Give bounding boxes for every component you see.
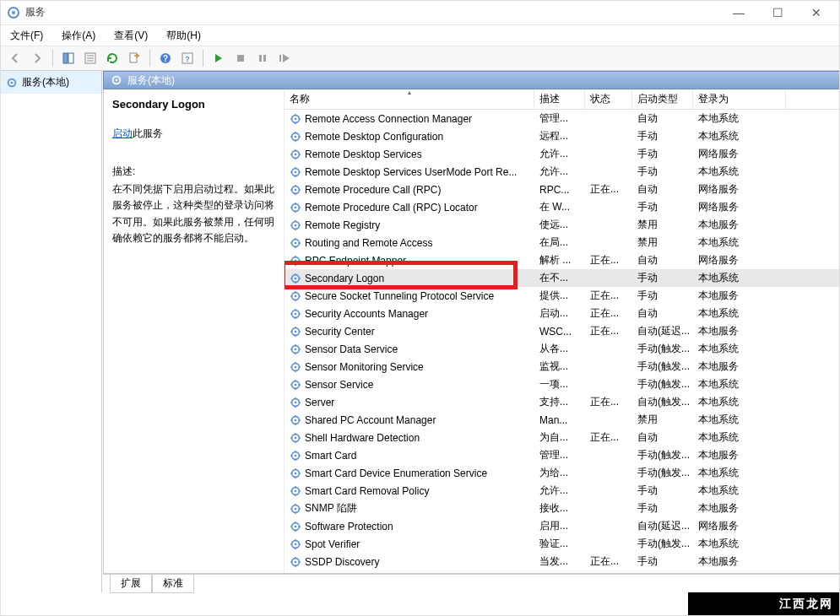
service-row[interactable]: Routing and Remote Access在局...禁用本地系统 (285, 234, 839, 251)
start-service-button[interactable] (209, 48, 229, 68)
service-row[interactable]: Remote Procedure Call (RPC)RPC...正在...自动… (285, 181, 839, 198)
svg-point-20 (116, 79, 118, 82)
cell-startup: 手动 (632, 200, 693, 214)
column-header-logon[interactable]: 登录为 (693, 89, 786, 109)
pause-service-button[interactable] (252, 48, 273, 68)
service-row[interactable]: Remote Access Connection Manager管理...自动本… (285, 110, 839, 127)
svg-point-82 (295, 294, 297, 297)
service-row[interactable]: Smart Card管理...手动(触发...本地服务 (285, 446, 839, 464)
cell-startup: 手动 (632, 165, 693, 179)
column-header-name[interactable]: ▴名称 (285, 89, 534, 109)
cell-state: 正在... (585, 253, 632, 267)
column-header-description[interactable]: 描述 (534, 89, 585, 109)
service-row[interactable]: RPC Endpoint Mapper解析 ...正在...自动网络服务 (285, 251, 839, 269)
properties-button[interactable] (80, 48, 100, 68)
cell-startup: 手动 (632, 484, 693, 498)
service-row[interactable]: Remote Registry使远...禁用本地服务 (285, 216, 839, 234)
export-list-button[interactable] (124, 48, 144, 68)
service-row[interactable]: Remote Desktop Services允许...手动网络服务 (285, 145, 839, 163)
cell-logon: 本地系统 (693, 377, 786, 392)
service-row[interactable]: Software Protection启用...自动(延迟...网络服务 (285, 517, 839, 535)
service-row[interactable]: Remote Desktop Configuration远程...手动本地系统 (285, 127, 839, 145)
service-row[interactable]: Secure Socket Tunneling Protocol Service… (285, 287, 839, 305)
cell-logon: 本地系统 (693, 395, 786, 409)
tree-item-services-local[interactable]: 服务(本地) (0, 71, 101, 94)
services-list: ▴名称 描述 状态 启动类型 登录为 Remote Access Connect… (285, 89, 839, 573)
service-row[interactable]: SSDP Discovery当发...正在...手动本地服务 (285, 553, 839, 570)
gear-icon (290, 503, 301, 515)
service-row[interactable]: Security Accounts Manager启动...正在...自动本地系… (285, 305, 839, 322)
gear-icon (290, 485, 301, 497)
tab-standard[interactable]: 标准 (152, 575, 194, 593)
cell-logon: 网络服务 (693, 519, 786, 533)
toolbar-separator (149, 50, 150, 67)
cell-name: Remote Access Connection Manager (285, 113, 534, 125)
cell-startup: 自动 (632, 182, 693, 197)
stop-service-button[interactable] (230, 48, 251, 68)
refresh-button[interactable] (102, 48, 122, 68)
list-rows-container[interactable]: Remote Access Connection Manager管理...自动本… (285, 110, 839, 573)
service-row[interactable]: Smart Card Removal Policy允许...手动本地系统 (285, 482, 839, 500)
cell-startup: 手动(触发... (632, 466, 693, 480)
service-row[interactable]: Remote Desktop Services UserMode Port Re… (285, 163, 839, 181)
service-row[interactable]: Server支持...正在...自动(触发...本地系统 (285, 393, 839, 411)
cell-name: Sensor Service (285, 379, 534, 391)
maximize-button[interactable]: ☐ (766, 6, 789, 19)
cell-name: Remote Procedure Call (RPC) (285, 184, 534, 196)
menu-action[interactable]: 操作(A) (57, 27, 100, 45)
svg-rect-3 (68, 53, 73, 63)
service-row[interactable]: Sensor Service一项...手动(触发...本地系统 (285, 376, 839, 393)
cell-logon: 本地服务 (693, 554, 786, 569)
cell-logon: 本地服务 (693, 289, 786, 303)
toolbar: ? ? (0, 46, 840, 71)
menu-file[interactable]: 文件(F) (5, 27, 48, 45)
svg-rect-8 (130, 53, 137, 62)
cell-description: WSC... (534, 326, 585, 338)
cell-name: Security Accounts Manager (285, 308, 534, 320)
menu-view[interactable]: 查看(V) (109, 27, 153, 45)
svg-rect-14 (259, 55, 262, 62)
service-row[interactable]: SNMP 陷阱接收...手动本地服务 (285, 500, 839, 517)
cell-name: Remote Procedure Call (RPC) Locator (285, 202, 534, 213)
cell-name: Smart Card (285, 450, 534, 462)
menu-help[interactable]: 帮助(H) (161, 27, 206, 45)
close-button[interactable]: ✕ (805, 6, 828, 19)
cell-description: RPC... (534, 184, 585, 196)
column-header-startup[interactable]: 启动类型 (632, 89, 693, 109)
service-row[interactable]: Shell Hardware Detection为自...正在...自动本地系统 (285, 429, 839, 446)
gear-icon (290, 273, 301, 284)
gear-icon (290, 237, 301, 249)
description-text: 在不同凭据下启用启动过程。如果此服务被停止，这种类型的登录访问将不可用。如果此服… (112, 181, 275, 246)
cell-name: Smart Card Removal Policy (285, 485, 534, 497)
show-hide-tree-button[interactable] (58, 48, 79, 68)
help-topic-button[interactable]: ? (177, 48, 198, 68)
nav-forward-button[interactable] (27, 48, 47, 68)
gear-icon (290, 290, 301, 302)
service-row[interactable]: Security CenterWSC...正在...自动(延迟...本地服务 (285, 322, 839, 340)
service-row[interactable]: Shared PC Account ManagerMan...禁用本地系统 (285, 411, 839, 429)
restart-service-button[interactable] (274, 48, 295, 68)
nav-back-button[interactable] (5, 48, 25, 68)
service-row[interactable]: Sensor Monitoring Service监视...手动(触发...本地… (285, 358, 839, 376)
service-row[interactable]: Sensor Data Service从各...手动(触发...本地系统 (285, 340, 839, 358)
info-pane: Secondary Logon 启动此服务 描述: 在不同凭据下启用启动过程。如… (104, 89, 285, 573)
cell-name: Remote Desktop Configuration (285, 131, 534, 143)
services-app-icon (7, 6, 20, 19)
minimize-button[interactable]: — (727, 6, 751, 19)
help-button[interactable]: ? (155, 48, 176, 68)
gear-icon (290, 450, 301, 462)
service-row[interactable]: Smart Card Device Enumeration Service为给.… (285, 464, 839, 482)
cell-description: 为自... (534, 430, 585, 445)
service-row[interactable]: Remote Procedure Call (RPC) Locator在 W..… (285, 198, 839, 216)
service-row[interactable]: Spot Verifier验证...手动(触发...本地系统 (285, 535, 839, 553)
start-service-link[interactable]: 启动 (112, 127, 133, 139)
service-row[interactable]: Secondary Logon在不...手动本地系统 (285, 269, 839, 287)
cell-description: 为给... (534, 466, 585, 480)
cell-name: SNMP 陷阱 (285, 501, 534, 516)
column-header-state[interactable]: 状态 (585, 89, 632, 109)
cell-startup: 手动 (632, 147, 693, 161)
cell-state: 正在... (585, 182, 632, 197)
tab-extended[interactable]: 扩展 (110, 575, 152, 593)
cell-state: 正在... (585, 430, 632, 445)
cell-startup: 手动(触发... (632, 342, 693, 356)
